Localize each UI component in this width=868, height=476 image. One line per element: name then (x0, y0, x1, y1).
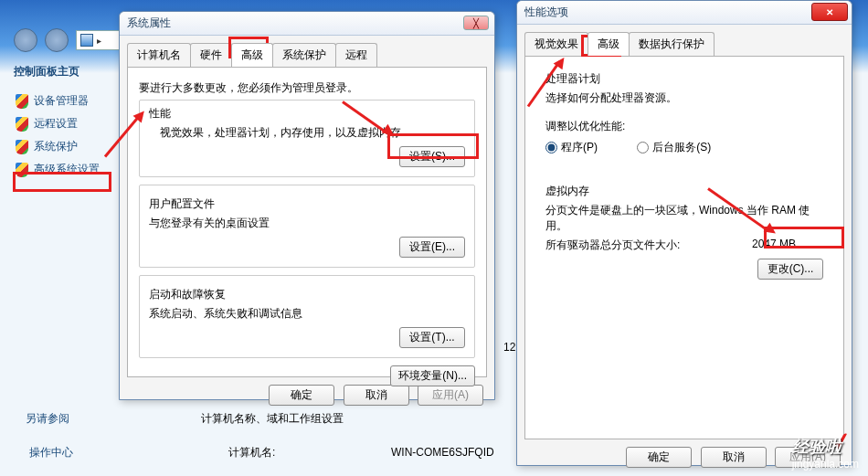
action-center-link[interactable]: 操作中心 (26, 443, 77, 462)
close-icon: ✕ (826, 7, 833, 17)
profile-group: 用户配置文件 与您登录有关的桌面设置 设置(E)... (139, 185, 475, 268)
shield-icon (16, 140, 28, 154)
computer-name-value: WIN-COME6SJFQID (391, 446, 494, 459)
computer-name-row: 计算机名: WIN-COME6SJFQID (228, 445, 494, 460)
vm-title: 虚拟内存 (545, 184, 823, 199)
dialog-titlebar[interactable]: 系统属性 ╳ (120, 12, 494, 36)
back-button[interactable] (14, 28, 37, 52)
apply-button[interactable]: 应用(A) (418, 385, 483, 406)
sidebar-item-label: 远程设置 (34, 116, 78, 132)
watermark: 经验啦 jingyanla.com (792, 436, 859, 471)
close-button[interactable]: ╳ (463, 16, 489, 30)
computer-name-label: 计算机名: (228, 446, 275, 459)
tab-strip: 视觉效果 高级 数据执行保护 (517, 25, 852, 56)
radio-programs[interactable]: 程序(P) (545, 140, 598, 155)
sidebar-item-device-manager[interactable]: 设备管理器 (14, 90, 114, 111)
tab-hardware[interactable]: 硬件 (190, 43, 232, 67)
sidebar-item-label: 设备管理器 (34, 93, 89, 109)
cancel-button[interactable]: 取消 (701, 447, 767, 468)
vm-group: 虚拟内存 分页文件是硬盘上的一块区域，Windows 当作 RAM 使用。 所有… (536, 178, 832, 287)
sidebar-item-protection[interactable]: 系统保护 (14, 136, 114, 157)
system-properties-dialog: 系统属性 ╳ 计算机名 硬件 高级 系统保护 远程 要进行大多数更改，您必须作为… (119, 11, 495, 400)
adjust-label: 调整以优化性能: (545, 119, 823, 134)
tab-body-advanced: 处理器计划 选择如何分配处理器资源。 调整以优化性能: 程序(P) 后台服务(S… (524, 56, 844, 439)
startup-desc: 系统启动、系统失败和调试信息 (149, 306, 465, 322)
control-panel-sidebar: 控制面板主页 设备管理器 远程设置 系统保护 高级系统设置 (14, 64, 114, 182)
dialog-title: 系统属性 (127, 16, 171, 31)
startup-title: 启动和故障恢复 (149, 287, 465, 302)
shield-icon (16, 163, 28, 177)
tab-remote[interactable]: 远程 (335, 43, 377, 67)
env-vars-button[interactable]: 环境变量(N)... (390, 365, 475, 386)
computer-name-section-heading: 计算机名称、域和工作组设置 (201, 411, 344, 427)
change-button[interactable]: 更改(C)... (757, 259, 823, 280)
shield-icon (16, 94, 28, 109)
ok-button[interactable]: 确定 (269, 385, 334, 406)
shield-icon (16, 117, 28, 132)
startup-group: 启动和故障恢复 系统启动、系统失败和调试信息 设置(T)... (139, 275, 475, 358)
sidebar-item-label: 系统保护 (34, 139, 78, 154)
sched-desc: 选择如何分配处理器资源。 (545, 90, 823, 106)
radio-programs-input[interactable] (545, 142, 557, 153)
ok-button[interactable]: 确定 (626, 447, 692, 468)
performance-options-dialog: 性能选项 ✕ 视觉效果 高级 数据执行保护 处理器计划 选择如何分配处理器资源。… (516, 0, 852, 466)
perf-title: 性能 (149, 106, 465, 122)
sidebar-item-label: 高级系统设置 (34, 162, 100, 177)
forward-button[interactable] (45, 28, 69, 52)
cut-text: 12 (503, 341, 515, 354)
dialog-titlebar[interactable]: 性能选项 ✕ (517, 1, 852, 25)
vm-total-label: 所有驱动器总分页文件大小: (545, 238, 680, 251)
performance-group: 性能 视觉效果，处理器计划，内存使用，以及虚拟内存 设置(S)... (139, 100, 475, 177)
cancel-button[interactable]: 取消 (344, 385, 409, 406)
tab-dep[interactable]: 数据执行保护 (629, 32, 715, 56)
vm-desc: 分页文件是硬盘上的一块区域，Windows 当作 RAM 使用。 (545, 203, 823, 234)
tab-advanced[interactable]: 高级 (231, 43, 273, 67)
see-also-heading: 另请参阅 (26, 411, 69, 427)
sidebar-title: 控制面板主页 (14, 64, 114, 79)
vm-total-value: 2047 MB (752, 238, 796, 250)
radio-services-label: 后台服务(S) (652, 140, 711, 155)
chevron-icon: ▸ (97, 36, 101, 46)
scheduler-group: 处理器计划 选择如何分配处理器资源。 调整以优化性能: 程序(P) 后台服务(S… (536, 66, 832, 167)
close-button[interactable]: ✕ (811, 3, 848, 21)
profile-desc: 与您登录有关的桌面设置 (149, 216, 465, 231)
profile-settings-button[interactable]: 设置(E)... (399, 237, 465, 258)
tab-strip: 计算机名 硬件 高级 系统保护 远程 (120, 36, 494, 67)
radio-programs-label: 程序(P) (561, 140, 598, 155)
radio-services[interactable]: 后台服务(S) (637, 140, 711, 155)
sidebar-item-advanced[interactable]: 高级系统设置 (14, 159, 114, 180)
profile-title: 用户配置文件 (149, 196, 465, 212)
watermark-brand: 经验啦 (792, 438, 842, 456)
tab-advanced[interactable]: 高级 (587, 32, 630, 56)
watermark-url: jingyanla.com (792, 458, 859, 471)
tab-body-advanced: 要进行大多数更改，您必须作为管理员登录。 性能 视觉效果，处理器计划，内存使用，… (127, 67, 487, 377)
tab-protection[interactable]: 系统保护 (272, 43, 336, 67)
perf-settings-button[interactable]: 设置(S)... (399, 146, 465, 167)
computer-icon (80, 34, 93, 47)
tab-computer-name[interactable]: 计算机名 (127, 43, 191, 67)
dialog-buttons: 确定 取消 应用(A) (120, 385, 494, 413)
sched-title: 处理器计划 (545, 71, 823, 87)
sidebar-item-remote[interactable]: 远程设置 (14, 113, 114, 134)
close-icon: ╳ (473, 18, 479, 28)
dialog-title: 性能选项 (524, 5, 568, 20)
startup-settings-button[interactable]: 设置(T)... (399, 327, 465, 348)
radio-services-input[interactable] (637, 142, 649, 153)
perf-desc: 视觉效果，处理器计划，内存使用，以及虚拟内存 (160, 125, 465, 141)
admin-hint: 要进行大多数更改，您必须作为管理员登录。 (139, 80, 475, 96)
tab-visual-effects[interactable]: 视觉效果 (524, 32, 588, 56)
